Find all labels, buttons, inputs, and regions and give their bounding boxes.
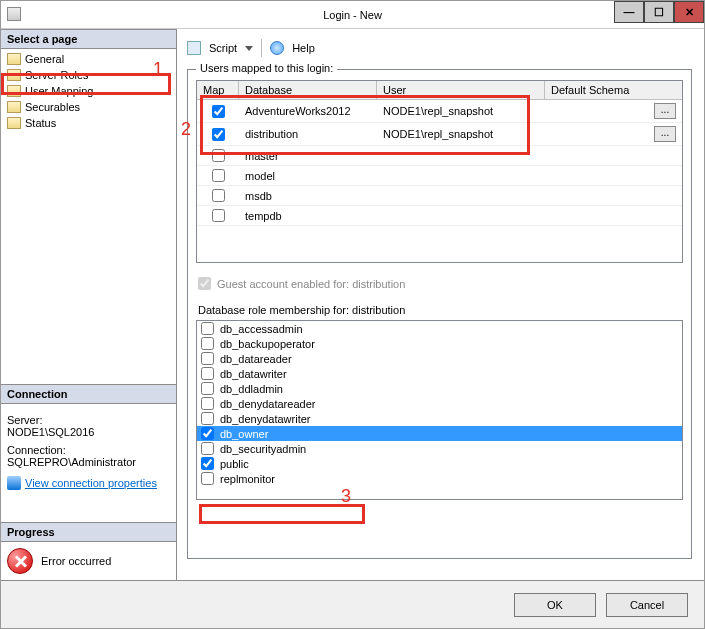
cell-schema: ... (545, 123, 682, 145)
guest-checkbox (198, 277, 211, 290)
role-item[interactable]: db_denydatareader (197, 396, 682, 411)
role-name: db_owner (220, 428, 268, 440)
nav-label: Status (25, 117, 56, 129)
role-checkbox[interactable] (201, 472, 214, 485)
connection-field-label: Connection: (7, 444, 170, 456)
role-item[interactable]: db_datareader (197, 351, 682, 366)
script-button[interactable]: Script (209, 42, 237, 54)
table-row[interactable]: AdventureWorks2012NODE1\repl_snapshot... (197, 100, 682, 123)
role-name: public (220, 458, 249, 470)
guest-checkbox-row: Guest account enabled for: distribution (198, 277, 683, 290)
minimize-button[interactable]: — (614, 1, 644, 23)
table-row[interactable]: tempdb (197, 206, 682, 226)
role-checkbox[interactable] (201, 352, 214, 365)
dialog-footer: OK Cancel (1, 580, 704, 628)
script-dropdown-icon[interactable] (245, 46, 253, 51)
role-item[interactable]: db_denydatawriter (197, 411, 682, 426)
cell-database: tempdb (239, 206, 377, 225)
page-nav: General Server Roles User Mapping Secura… (1, 49, 176, 133)
role-item[interactable]: db_datawriter (197, 366, 682, 381)
map-checkbox[interactable] (212, 209, 225, 222)
table-row[interactable]: model (197, 166, 682, 186)
cell-schema (545, 166, 682, 185)
annotation-number-2: 2 (181, 119, 191, 140)
role-item[interactable]: db_ddladmin (197, 381, 682, 396)
link-text: View connection properties (25, 477, 157, 489)
roles-list[interactable]: db_accessadmindb_backupoperatordb_datare… (196, 320, 683, 500)
maximize-button[interactable]: ☐ (644, 1, 674, 23)
ok-button[interactable]: OK (514, 593, 596, 617)
role-name: db_ddladmin (220, 383, 283, 395)
role-checkbox[interactable] (201, 442, 214, 455)
col-database[interactable]: Database (239, 81, 377, 99)
nav-user-mapping[interactable]: User Mapping (1, 83, 176, 99)
role-item[interactable]: db_securityadmin (197, 441, 682, 456)
user-mapping-grid: Map Database User Default Schema Adventu… (196, 80, 683, 263)
role-item[interactable]: db_backupoperator (197, 336, 682, 351)
role-item[interactable]: public (197, 456, 682, 471)
nav-general[interactable]: General (1, 51, 176, 67)
nav-label: Securables (25, 101, 80, 113)
page-icon (7, 117, 21, 129)
close-button[interactable]: ✕ (674, 1, 704, 23)
map-checkbox[interactable] (212, 149, 225, 162)
connection-header: Connection (1, 384, 176, 404)
nav-securables[interactable]: Securables (1, 99, 176, 115)
table-row[interactable]: msdb (197, 186, 682, 206)
page-icon (7, 101, 21, 113)
table-row[interactable]: master (197, 146, 682, 166)
view-connection-properties-link[interactable]: View connection properties (7, 476, 170, 490)
role-checkbox[interactable] (201, 427, 214, 440)
role-name: db_denydatareader (220, 398, 315, 410)
separator (261, 39, 262, 57)
col-user[interactable]: User (377, 81, 545, 99)
cell-database: distribution (239, 123, 377, 145)
role-item[interactable]: db_owner (197, 426, 682, 441)
map-checkbox[interactable] (212, 169, 225, 182)
col-default-schema[interactable]: Default Schema (545, 81, 682, 99)
nav-label: General (25, 53, 64, 65)
map-checkbox[interactable] (212, 128, 225, 141)
server-label: Server: (7, 414, 170, 426)
help-button[interactable]: Help (292, 42, 315, 54)
properties-icon (7, 476, 21, 490)
role-name: db_datawriter (220, 368, 287, 380)
role-checkbox[interactable] (201, 397, 214, 410)
server-value: NODE1\SQL2016 (7, 426, 170, 438)
nav-server-roles[interactable]: Server Roles (1, 67, 176, 83)
role-name: db_datareader (220, 353, 292, 365)
cell-user: NODE1\repl_snapshot (377, 123, 545, 145)
connection-body: Server: NODE1\SQL2016 Connection: SQLREP… (1, 404, 176, 494)
role-checkbox[interactable] (201, 382, 214, 395)
connection-value: SQLREPRO\Administrator (7, 456, 170, 468)
schema-browse-button[interactable]: ... (654, 126, 676, 142)
role-item[interactable]: db_accessadmin (197, 321, 682, 336)
grid-header: Map Database User Default Schema (197, 81, 682, 100)
map-checkbox[interactable] (212, 105, 225, 118)
cell-database: model (239, 166, 377, 185)
nav-status[interactable]: Status (1, 115, 176, 131)
map-checkbox[interactable] (212, 189, 225, 202)
role-checkbox[interactable] (201, 457, 214, 470)
right-panel: Script Help Users mapped to this login: … (177, 29, 704, 580)
left-panel: Select a page General Server Roles User … (1, 29, 177, 580)
cell-database: master (239, 146, 377, 165)
role-checkbox[interactable] (201, 412, 214, 425)
role-checkbox[interactable] (201, 337, 214, 350)
help-icon (270, 41, 284, 55)
progress-header: Progress (1, 522, 176, 542)
window-title: Login - New (323, 9, 382, 21)
table-row[interactable]: distributionNODE1\repl_snapshot... (197, 123, 682, 146)
guest-label: Guest account enabled for: distribution (217, 278, 405, 290)
cancel-button[interactable]: Cancel (606, 593, 688, 617)
role-checkbox[interactable] (201, 367, 214, 380)
cell-schema (545, 206, 682, 225)
col-map[interactable]: Map (197, 81, 239, 99)
role-name: db_backupoperator (220, 338, 315, 350)
schema-browse-button[interactable]: ... (654, 103, 676, 119)
cell-user (377, 206, 545, 225)
role-checkbox[interactable] (201, 322, 214, 335)
role-item[interactable]: replmonitor (197, 471, 682, 486)
nav-label: User Mapping (25, 85, 93, 97)
error-icon (7, 548, 33, 574)
